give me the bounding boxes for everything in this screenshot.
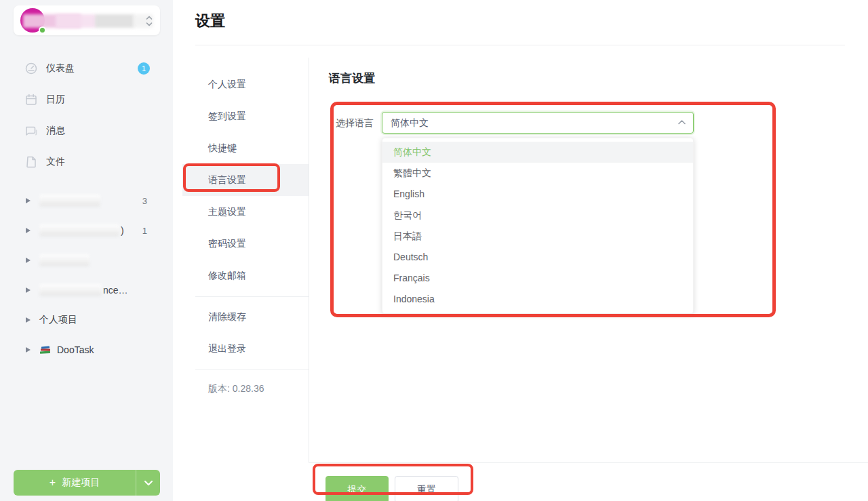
sidebar: 仪表盘 1 日历 消息: [0, 0, 173, 501]
language-select[interactable]: 简体中文: [382, 112, 694, 134]
collapse-caret-icon[interactable]: [26, 347, 31, 353]
redacted-project-name: [39, 284, 102, 296]
project-row-redacted[interactable]: ) 1: [0, 216, 173, 245]
app-window: 仪表盘 1 日历 消息: [0, 0, 868, 501]
project-count: 3: [142, 196, 147, 206]
sidebar-nav: 仪表盘 1 日历 消息: [0, 53, 173, 178]
sidebar-item-messages[interactable]: 消息: [0, 115, 173, 146]
menu-item-theme-settings[interactable]: 主题设置: [173, 196, 309, 228]
project-row-redacted[interactable]: 3: [0, 186, 173, 216]
project-row-redacted[interactable]: nce…: [0, 275, 173, 305]
redacted-username: [56, 14, 96, 28]
redacted-project-name: [39, 254, 90, 266]
sidebar-item-label: 消息: [46, 125, 65, 137]
project-row-dootask[interactable]: DooTask: [0, 335, 173, 365]
sidebar-item-files[interactable]: 文件: [0, 146, 173, 178]
new-project-main[interactable]: + 新建项目: [14, 470, 136, 496]
project-name: DooTask: [57, 344, 94, 355]
project-name-fragment: nce…: [103, 285, 128, 296]
menu-item-logout[interactable]: 退出登录: [173, 333, 309, 365]
menu-item-shortcuts[interactable]: 快捷键: [173, 132, 309, 164]
option-indonesian[interactable]: Indonesia: [382, 289, 693, 310]
new-project-label: 新建项目: [62, 477, 100, 489]
divider: [195, 296, 309, 297]
option-german[interactable]: Deutsch: [382, 247, 693, 268]
plus-icon: +: [50, 477, 56, 488]
option-english[interactable]: English: [382, 184, 693, 205]
menu-item-change-email[interactable]: 修改邮箱: [173, 260, 309, 292]
unread-count-badge: 1: [138, 62, 150, 75]
menu-item-language-settings[interactable]: 语言设置: [182, 164, 309, 196]
menu-item-clear-cache[interactable]: 清除缓存: [173, 301, 309, 333]
menu-item-password-settings[interactable]: 密码设置: [173, 228, 309, 260]
chevron-up-icon: [677, 119, 686, 125]
chevron-down-icon: [144, 480, 153, 486]
redacted-username: [95, 14, 134, 28]
collapse-caret-icon[interactable]: [26, 228, 31, 233]
books-icon: [39, 344, 52, 355]
sidebar-item-dashboard[interactable]: 仪表盘 1: [0, 53, 173, 84]
reset-button[interactable]: 重置: [395, 476, 458, 501]
page-title: 设置: [195, 11, 225, 31]
option-japanese[interactable]: 日本語: [382, 226, 693, 247]
language-dropdown: 简体中文 繁體中文 English 한국어 日本語 Deutsch França…: [382, 138, 694, 314]
menu-item-checkin-settings[interactable]: 签到设置: [173, 100, 309, 132]
sidebar-item-calendar[interactable]: 日历: [0, 84, 173, 115]
section-title: 语言设置: [329, 71, 375, 86]
calendar-icon: [24, 93, 38, 106]
version-text: 版本: 0.28.36: [173, 376, 309, 403]
user-profile-card[interactable]: [14, 5, 160, 35]
collapse-caret-icon[interactable]: [26, 198, 31, 203]
project-name-fragment: ): [121, 225, 124, 236]
project-row-redacted[interactable]: [0, 245, 173, 275]
sidebar-item-label: 仪表盘: [46, 62, 75, 75]
redacted-project-name: [39, 224, 119, 237]
divider: [195, 45, 845, 45]
redacted-project-name: [39, 195, 100, 207]
collapse-caret-icon[interactable]: [26, 317, 31, 323]
project-row-personal[interactable]: 个人项目: [0, 305, 173, 335]
language-select-value: 简体中文: [382, 113, 693, 133]
project-list: 3 ) 1 nce… 个人项目: [0, 186, 173, 365]
divider: [195, 369, 309, 370]
online-status-dot: [39, 26, 46, 34]
submit-button[interactable]: 提交: [326, 476, 389, 501]
settings-menu: 个人设置 签到设置 快捷键 语言设置 主题设置 密码设置 修改邮箱 清除缓存 退…: [173, 68, 309, 403]
new-project-dropdown-toggle[interactable]: [136, 470, 160, 496]
select-language-label: 选择语言: [336, 112, 374, 134]
menu-item-personal-settings[interactable]: 个人设置: [173, 68, 309, 100]
file-icon: [24, 155, 38, 169]
divider: [309, 58, 309, 462]
expand-chevrons-icon: [145, 15, 153, 27]
sidebar-item-label: 文件: [46, 156, 65, 168]
sidebar-item-label: 日历: [46, 94, 65, 106]
divider: [309, 462, 868, 463]
option-french[interactable]: Français: [382, 268, 693, 289]
main-panel: 设置 个人设置 签到设置 快捷键 语言设置 主题设置 密码设置 修改邮箱 清除缓…: [173, 0, 868, 501]
project-name: 个人项目: [39, 314, 77, 326]
collapse-caret-icon[interactable]: [26, 287, 31, 293]
new-project-button[interactable]: + 新建项目: [14, 470, 160, 496]
message-icon: [24, 124, 38, 138]
option-traditional-chinese[interactable]: 繁體中文: [382, 163, 693, 184]
project-count: 1: [142, 226, 147, 236]
collapse-caret-icon[interactable]: [26, 258, 31, 263]
option-simplified-chinese[interactable]: 简体中文: [382, 142, 693, 163]
dashboard-icon: [24, 62, 38, 75]
option-korean[interactable]: 한국어: [382, 205, 693, 226]
